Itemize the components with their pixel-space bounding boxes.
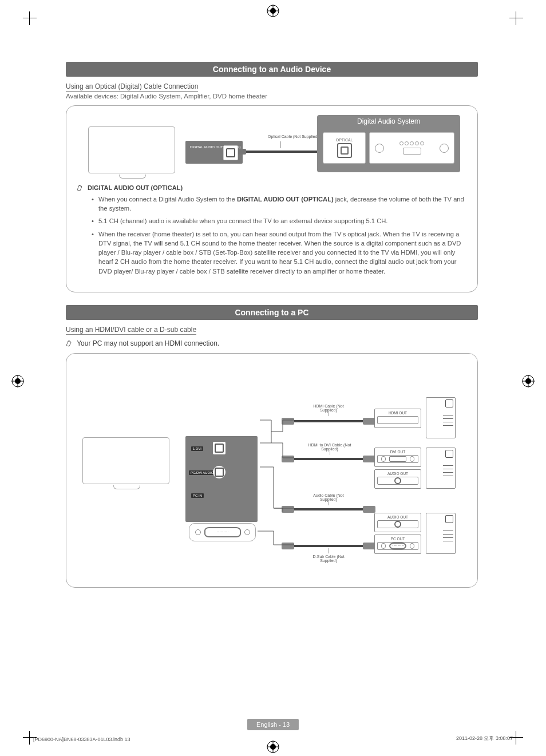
cable-label: HDMI Cable (Not Supplied) <box>306 404 351 412</box>
subsection-heading: Using an Optical (Digital) Cable Connect… <box>66 82 198 92</box>
hdmi-dvi-cable-icon <box>294 458 363 460</box>
subsection-heading: Using an HDMI/DVI cable or a D-sub cable <box>66 326 196 335</box>
pc-dvi-out: DVI OUT <box>374 448 421 467</box>
optical-cable-icon <box>246 151 326 153</box>
page-number: English - 13 <box>247 719 299 730</box>
digital-audio-system: Digital Audio System OPTICAL <box>317 115 460 172</box>
audio-panel: DIGITAL AUDIO OUT (OPTICAL) Optical Cabl… <box>66 105 478 292</box>
pc-tower-icon <box>426 448 456 489</box>
bullet-list: When you connect a Digital Audio System … <box>93 195 467 276</box>
footer-timestamp: 2011-02-28 오후 3:08:07 <box>456 735 513 742</box>
registration-mark-icon <box>267 741 279 753</box>
available-devices: Available devices: Digital Audio System,… <box>66 93 478 100</box>
bullet-item: When you connect a Digital Audio System … <box>93 195 467 213</box>
pc-panel: 1 DVI PC/DVI AUDIO IN PC IN HDMI Cable (… <box>66 353 478 588</box>
cable-label: Optical Cable (Not Supplied) <box>268 134 319 138</box>
registration-mark-icon <box>522 375 535 387</box>
pc-audio-out: AUDIO OUT <box>374 513 421 532</box>
page-content: Connecting to an Audio Device Using an O… <box>66 62 478 588</box>
port-label-dvi: 1 DVI <box>191 446 203 451</box>
crop-mark <box>509 11 523 25</box>
section-heading-audio: Connecting to an Audio Device <box>66 62 478 77</box>
bullet-item: When the receiver (home theater) is set … <box>93 229 467 276</box>
pc-note: Your PC may not support an HDMI connecti… <box>66 339 478 347</box>
note-heading-text: DIGITAL AUDIO OUT (OPTICAL) <box>88 184 183 191</box>
pc-audio-out: AUDIO OUT <box>374 469 421 489</box>
tv-port-panel: 1 DVI PC/DVI AUDIO IN PC IN <box>185 436 258 522</box>
cable-label: Audio Cable (Not Supplied) <box>306 493 351 501</box>
dvi-port-icon <box>213 442 225 454</box>
device-title: Digital Audio System <box>317 115 460 129</box>
device-port-label: OPTICAL <box>336 138 353 142</box>
hdmi-cable-icon <box>294 420 363 422</box>
pc-diagram: 1 DVI PC/DVI AUDIO IN PC IN HDMI Cable (… <box>77 363 467 575</box>
section-heading-pc: Connecting to a PC <box>66 305 478 320</box>
registration-mark-icon <box>267 5 279 17</box>
crop-mark <box>23 11 37 25</box>
pc-tower-icon <box>426 397 456 438</box>
pc-tower-icon <box>426 513 456 554</box>
bullet-item: 5.1 CH (channel) audio is available when… <box>93 216 467 225</box>
audio-diagram: DIGITAL AUDIO OUT (OPTICAL) Optical Cabl… <box>77 115 467 178</box>
page-sheet: Connecting to an Audio Device Using an O… <box>0 0 546 756</box>
port-label-pcin: PC IN <box>191 493 204 498</box>
pc-pc-out: PC OUT <box>374 535 421 554</box>
audio-port-icon <box>213 466 225 478</box>
dsub-cable-icon <box>294 545 363 547</box>
cable-label: D-Sub Cable (Not Supplied) <box>306 555 351 563</box>
tv-optical-port: DIGITAL AUDIO OUT (OPTICAL) <box>185 141 243 164</box>
tv-icon <box>82 437 174 492</box>
audio-cable-icon <box>294 508 363 510</box>
vga-port-icon <box>189 523 256 541</box>
tv-icon <box>88 126 180 178</box>
device-optical-port: OPTICAL <box>323 132 366 164</box>
optical-jack-icon <box>223 145 238 160</box>
registration-mark-icon <box>11 375 24 387</box>
note-heading: DIGITAL AUDIO OUT (OPTICAL) <box>77 184 467 191</box>
device-front-panel-icon <box>369 132 454 164</box>
cable-label: HDMI to DVI Cable (Not Supplied) <box>302 443 357 451</box>
pc-hdmi-out: HDMI OUT <box>374 409 421 428</box>
note-icon <box>66 339 73 347</box>
footer-file-info: [PD6900-NA]BN68-03383A-01L03.indb 13 <box>33 737 130 742</box>
note-icon <box>77 184 84 191</box>
pc-note-text: Your PC may not support an HDMI connecti… <box>77 339 219 347</box>
